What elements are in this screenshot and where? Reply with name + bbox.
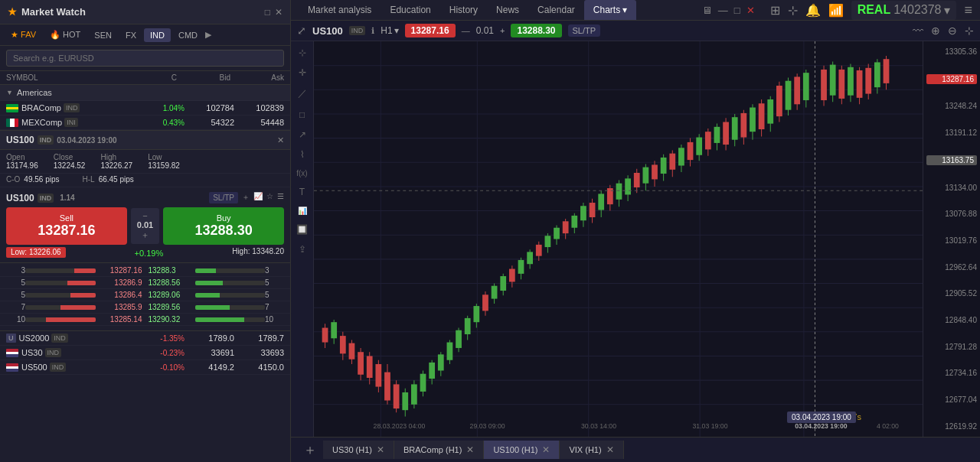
list-item[interactable]: MEXComp INI 0.43% 54322 54448 bbox=[0, 116, 290, 130]
list-item[interactable]: BRAComp IND 1.04% 102784 102839 bbox=[0, 101, 290, 116]
svg-rect-108 bbox=[705, 132, 711, 149]
account-type-label: REAL bbox=[858, 3, 891, 17]
us100-detail-close[interactable]: ✕ bbox=[277, 135, 284, 145]
chart-info-icon[interactable]: ℹ bbox=[371, 26, 374, 36]
list-item[interactable]: US500 IND -0.10% 4149.2 4150.0 bbox=[0, 360, 290, 375]
buy-button[interactable]: Buy 13288.30 bbox=[163, 207, 284, 245]
plus-icon[interactable]: ＋ bbox=[242, 192, 250, 203]
list-item[interactable]: US30 IND -0.23% 33691 33693 bbox=[0, 346, 290, 360]
nav-calendar[interactable]: Calendar bbox=[528, 0, 584, 20]
settings-icon[interactable]: ☰ bbox=[277, 192, 284, 203]
tool-line[interactable]: ／ bbox=[298, 87, 307, 100]
chart-icon[interactable]: 📈 bbox=[253, 192, 263, 203]
sltp-badge[interactable]: SL/TP bbox=[209, 192, 238, 203]
depth-row: 10 13285.14 13290.32 10 bbox=[0, 314, 290, 326]
svg-rect-54 bbox=[465, 318, 471, 334]
tool-share[interactable]: ⇪ bbox=[299, 244, 306, 255]
tool-arrow[interactable]: ↗ bbox=[299, 129, 306, 140]
chart-window-controls: 🖥 — □ ✕ bbox=[702, 5, 755, 16]
window-close-icon[interactable]: ✕ bbox=[746, 5, 755, 16]
spread-minus-button[interactable]: − bbox=[142, 211, 147, 220]
zoom-in-icon[interactable]: ⊕ bbox=[931, 24, 940, 37]
window-minimize-icon[interactable]: — bbox=[718, 5, 728, 16]
tool-objects[interactable]: 🔲 bbox=[296, 224, 308, 235]
draw-tool-icon[interactable]: 〰 bbox=[913, 24, 923, 37]
cursor-icon[interactable]: ⊹ bbox=[788, 3, 798, 18]
tab-sen[interactable]: SEN bbox=[88, 28, 118, 42]
chart-area: ⊹ ✛ ／ □ ↗ ⌇ f(x) T 📊 🔲 ⇪ bbox=[291, 41, 980, 437]
window-maximize-icon[interactable]: □ bbox=[734, 5, 740, 16]
chart-nav-items: Market analysis Education History News C… bbox=[299, 0, 702, 20]
tool-text[interactable]: T bbox=[299, 187, 305, 197]
tab-fav[interactable]: ★ FAV bbox=[5, 28, 42, 42]
add-tab-button[interactable]: ＋ bbox=[297, 438, 323, 462]
chart-main[interactable]: 28.03.2023 04:00 29.03 09:00 30.03 14:00… bbox=[314, 41, 923, 437]
svg-rect-100 bbox=[669, 154, 675, 170]
wifi-icon[interactable]: 📶 bbox=[828, 3, 844, 18]
bottom-tab-us100[interactable]: US100 (H1) ✕ bbox=[484, 441, 560, 459]
price-13019: 13019.76 bbox=[926, 236, 977, 245]
bell-icon[interactable]: 🔔 bbox=[805, 3, 821, 18]
sell-button[interactable]: Sell 13287.16 bbox=[6, 207, 127, 245]
tab-hot[interactable]: 🔥 HOT bbox=[44, 28, 87, 42]
svg-rect-135 bbox=[830, 65, 836, 96]
nav-market-analysis[interactable]: Market analysis bbox=[299, 0, 381, 20]
section-americas[interactable]: ▼ Americas bbox=[0, 85, 290, 101]
hamburger-icon[interactable]: ≡ bbox=[964, 2, 972, 18]
tf-dropdown-icon: ▾ bbox=[394, 25, 399, 36]
us100-detail-title: US100 IND 03.04.2023 19:00 bbox=[6, 135, 117, 145]
ohlc-high: High13226.27 bbox=[100, 153, 132, 170]
nav-news[interactable]: News bbox=[487, 0, 528, 20]
spread-control: − 0.01 ＋ bbox=[131, 208, 159, 244]
chart-timeframe[interactable]: H1 ▾ bbox=[381, 25, 398, 36]
close-vix-tab[interactable]: ✕ bbox=[606, 444, 614, 455]
instrument-mexcomp: MEXComp INI bbox=[21, 118, 142, 127]
col-symbol-header: SYMBOL bbox=[6, 73, 139, 82]
minimize-icon[interactable]: □ bbox=[265, 7, 270, 18]
tool-fib[interactable]: ⌇ bbox=[300, 149, 305, 160]
list-item[interactable]: U US2000 IND -1.35% 1789.0 1789.7 bbox=[0, 330, 290, 346]
star-trade-icon[interactable]: ☆ bbox=[266, 192, 273, 203]
ask-us30: 33693 bbox=[234, 348, 284, 357]
ohlc-low: Low13159.82 bbox=[148, 153, 180, 170]
expand-icon[interactable]: ⤢ bbox=[297, 24, 306, 37]
crosshair-icon[interactable]: ⊹ bbox=[965, 24, 974, 37]
buy-price-tag[interactable]: 13288.30 bbox=[511, 24, 561, 37]
tool-fx[interactable]: f(x) bbox=[296, 169, 307, 177]
monitor-icon[interactable]: 🖥 bbox=[702, 5, 712, 16]
ohlc-close: Close13224.52 bbox=[54, 153, 86, 170]
svg-rect-52 bbox=[456, 330, 462, 348]
close-bracomp-tab[interactable]: ✕ bbox=[466, 444, 474, 455]
close-us100-tab[interactable]: ✕ bbox=[542, 444, 550, 455]
more-tabs-icon[interactable]: ▶ bbox=[205, 30, 211, 40]
bottom-tab-us30[interactable]: US30 (H1) ✕ bbox=[323, 441, 394, 459]
tab-fx[interactable]: FX bbox=[119, 28, 142, 42]
zoom-out-icon[interactable]: ⊖ bbox=[948, 24, 957, 37]
svg-text:03.04.2023 19:00: 03.04.2023 19:00 bbox=[795, 422, 847, 430]
svg-rect-143 bbox=[865, 68, 871, 94]
close-us30-tab[interactable]: ✕ bbox=[377, 444, 384, 455]
nav-charts[interactable]: Charts ▾ bbox=[584, 0, 636, 20]
bottom-tab-bracomp[interactable]: BRAComp (H1) ✕ bbox=[394, 441, 484, 459]
svg-rect-94 bbox=[642, 168, 648, 184]
bottom-tab-vix[interactable]: VIX (H1) ✕ bbox=[560, 441, 623, 459]
nav-education[interactable]: Education bbox=[381, 0, 439, 20]
tab-ind[interactable]: IND bbox=[144, 28, 171, 42]
market-watch-header: ★ Market Watch □ ✕ bbox=[0, 0, 290, 24]
svg-rect-133 bbox=[821, 70, 827, 100]
close-icon[interactable]: ✕ bbox=[275, 7, 283, 18]
spread-plus-button[interactable]: ＋ bbox=[141, 229, 149, 241]
tab-cmd[interactable]: CMD bbox=[172, 28, 204, 42]
search-input[interactable] bbox=[6, 50, 284, 67]
tool-crosshair[interactable]: ✛ bbox=[299, 67, 306, 78]
tool-select[interactable]: ⊹ bbox=[299, 47, 306, 58]
sell-price-tag[interactable]: 13287.16 bbox=[405, 24, 456, 37]
svg-rect-60 bbox=[492, 286, 498, 299]
monitor2-icon[interactable]: ⊞ bbox=[770, 3, 780, 18]
sltp-badge-chart[interactable]: SL/TP bbox=[568, 24, 601, 37]
tool-rect[interactable]: □ bbox=[299, 109, 305, 120]
account-info[interactable]: REAL 1402378 ▾ bbox=[851, 1, 957, 20]
ask-bracomp: 102839 bbox=[234, 103, 284, 112]
nav-history[interactable]: History bbox=[440, 0, 487, 20]
tool-indicators[interactable]: 📊 bbox=[298, 207, 307, 215]
